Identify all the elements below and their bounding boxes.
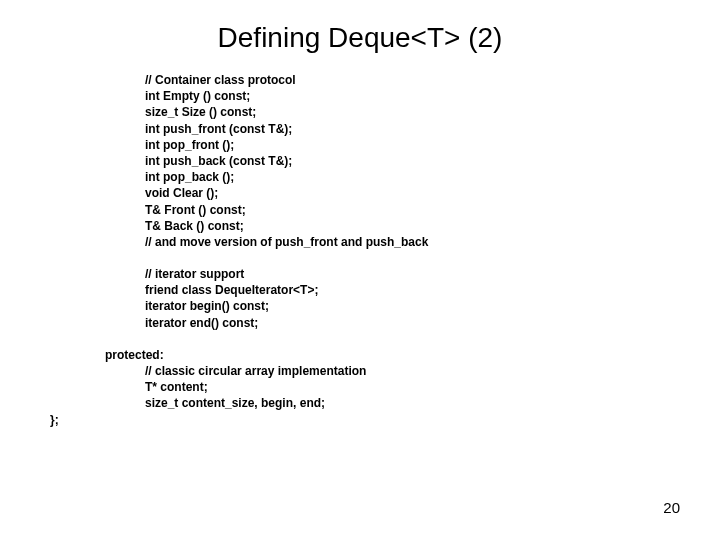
code-line: size_t Size () const; [145, 104, 720, 120]
code-line: friend class DequeIterator<T>; [145, 282, 720, 298]
page-number: 20 [663, 499, 680, 516]
code-line: T& Back () const; [145, 218, 720, 234]
code-line: int push_back (const T&); [145, 153, 720, 169]
code-line: size_t content_size, begin, end; [145, 395, 720, 411]
code-block-3: // classic circular array implementation… [0, 363, 720, 412]
code-line: int pop_front (); [145, 137, 720, 153]
code-line: T* content; [145, 379, 720, 395]
code-line: void Clear (); [145, 185, 720, 201]
code-block-2: // iterator support friend class DequeIt… [0, 266, 720, 331]
code-line: // and move version of push_front and pu… [145, 234, 720, 250]
comment-line: // Container class protocol [145, 72, 720, 88]
code-line: iterator end() const; [145, 315, 720, 331]
closing-brace: }; [0, 412, 720, 428]
code-line: iterator begin() const; [145, 298, 720, 314]
comment-line: // iterator support [145, 266, 720, 282]
code-block-1: // Container class protocol int Empty ()… [0, 72, 720, 250]
code-line: int push_front (const T&); [145, 121, 720, 137]
code-line: T& Front () const; [145, 202, 720, 218]
comment-line: // classic circular array implementation [145, 363, 720, 379]
page-title: Defining Deque<T> (2) [0, 0, 720, 72]
code-line: int pop_back (); [145, 169, 720, 185]
protected-label: protected: [0, 347, 720, 363]
code-line: int Empty () const; [145, 88, 720, 104]
